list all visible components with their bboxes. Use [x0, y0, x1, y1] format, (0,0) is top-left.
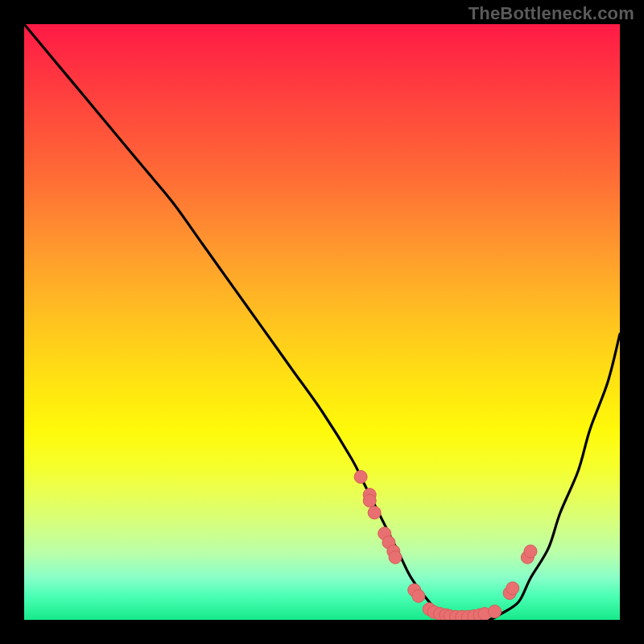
curve-svg	[24, 24, 620, 620]
data-point	[506, 582, 519, 595]
data-point	[389, 551, 402, 564]
data-point	[524, 545, 537, 558]
attribution-text: TheBottleneck.com	[469, 3, 634, 24]
data-point	[489, 605, 502, 618]
data-point	[363, 494, 376, 507]
plot-area	[24, 24, 620, 620]
data-point	[368, 506, 381, 519]
bottleneck-curve	[24, 24, 620, 620]
data-points	[354, 470, 537, 620]
data-point	[354, 470, 367, 483]
data-point	[412, 589, 425, 602]
chart-container: TheBottleneck.com	[0, 0, 644, 644]
